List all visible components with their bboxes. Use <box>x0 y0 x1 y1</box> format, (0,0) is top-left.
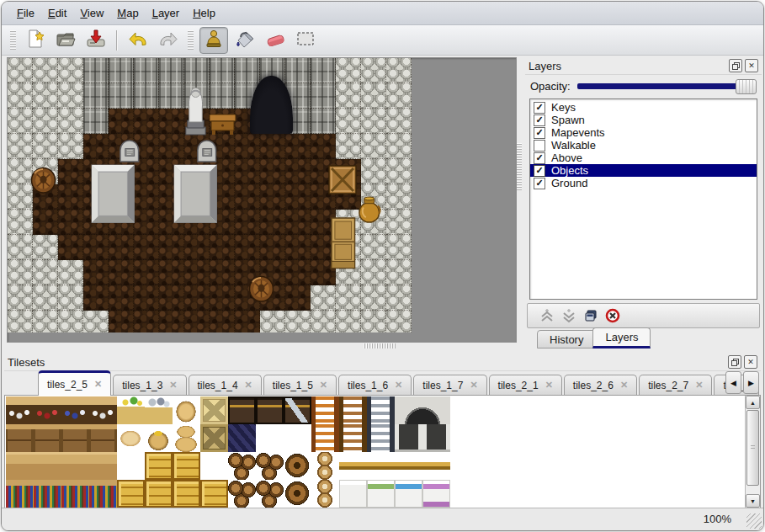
float-panel-icon[interactable] <box>729 59 742 72</box>
delete-layer-button[interactable] <box>602 306 624 325</box>
tileset-tile-bh[interactable] <box>339 452 367 480</box>
tileset-tile-bk[interactable] <box>6 480 34 508</box>
layer-row-ground[interactable]: ✓Ground <box>530 177 757 189</box>
open-map-button[interactable] <box>52 28 79 53</box>
tileset-tile-cb[interactable] <box>89 424 117 452</box>
layer-checkbox-walkable[interactable] <box>534 140 545 152</box>
tileset-tile-sw[interactable] <box>6 396 34 424</box>
tileset-tile-pot[interactable] <box>311 480 339 508</box>
close-tab-icon[interactable]: ✕ <box>245 380 252 391</box>
tileset-tab-tiles_2_1[interactable]: tiles_2_1✕ <box>489 375 562 395</box>
tileset-tile-lg[interactable] <box>367 396 395 424</box>
tileset-tile-sk[interactable] <box>173 396 200 424</box>
tileset-tab-tiles_1_4[interactable]: tiles_1_4✕ <box>189 375 262 395</box>
menu-file[interactable]: File <box>10 4 41 22</box>
tileset-tile-lo[interactable] <box>311 396 339 424</box>
select-tool-button[interactable] <box>292 28 319 53</box>
opacity-slider-handle[interactable] <box>736 79 757 94</box>
tileset-tile-pl[interactable] <box>117 424 145 452</box>
tileset-tile-bk[interactable] <box>61 480 89 508</box>
close-tilesets-icon[interactable]: ✕ <box>744 355 757 369</box>
vertical-splitter-handle[interactable] <box>517 143 522 190</box>
tileset-tile-gc[interactable] <box>395 424 422 452</box>
tileset-scrollbar[interactable]: ▲ ▼ <box>745 396 760 508</box>
menu-view[interactable]: View <box>73 4 110 22</box>
tileset-tile-bgr[interactable] <box>367 480 395 508</box>
layer-checkbox-above[interactable]: ✓ <box>534 152 545 164</box>
menu-layer[interactable]: Layer <box>146 4 187 22</box>
close-panel-icon[interactable]: ✕ <box>745 59 758 72</box>
layer-checkbox-mapevents[interactable]: ✓ <box>534 127 545 139</box>
tileset-tab-tiles_1_5[interactable]: tiles_1_5✕ <box>263 375 337 395</box>
tileset-tile-sb[interactable] <box>61 396 89 424</box>
tileset-tile-ch[interactable] <box>228 396 256 424</box>
new-map-button[interactable] <box>22 28 49 53</box>
tileset-tile-yc[interactable] <box>145 480 173 508</box>
tileset-tile-bar[interactable] <box>228 480 256 508</box>
tileset-tile-bh[interactable] <box>395 452 422 480</box>
tileset-tile-so[interactable] <box>145 424 173 452</box>
map-viewport[interactable] <box>7 57 517 343</box>
close-tab-icon[interactable]: ✕ <box>395 380 402 391</box>
menu-map[interactable]: Map <box>110 4 145 22</box>
layer-row-mapevents[interactable]: ✓Mapevents <box>530 126 757 139</box>
dock-tab-layers[interactable]: Layers <box>592 327 651 348</box>
tileset-tile-ct[interactable] <box>61 452 89 480</box>
tileset-tab-tiles_2_7[interactable]: tiles_2_7✕ <box>639 375 712 395</box>
close-tab-icon[interactable]: ✕ <box>470 380 477 391</box>
tileset-tile-lb[interactable] <box>339 396 367 424</box>
tileset-tab-tiles_2_5[interactable]: tiles_2_5✕ <box>38 370 111 396</box>
scroll-down-icon[interactable]: ▼ <box>746 494 760 508</box>
raise-layer-button[interactable] <box>536 306 558 325</box>
tileset-tile-bk[interactable] <box>89 480 117 508</box>
close-tab-icon[interactable]: ✕ <box>169 380 177 391</box>
tileset-tile-sp[interactable] <box>173 424 200 452</box>
scroll-tabs-left-icon[interactable]: ◀ <box>725 371 741 394</box>
tileset-tile-em[interactable] <box>284 424 311 452</box>
opacity-slider-track[interactable] <box>577 83 755 89</box>
tileset-tile-yc[interactable] <box>145 452 173 480</box>
tileset-tile-bh[interactable] <box>367 452 395 480</box>
eraser-tool-button[interactable] <box>262 28 289 53</box>
layer-checkbox-keys[interactable]: ✓ <box>534 102 545 114</box>
close-tab-icon[interactable]: ✕ <box>620 380 628 391</box>
tileset-tile-pot[interactable] <box>311 452 339 480</box>
tileset-tab-tiles_1_7[interactable]: tiles_1_7✕ <box>413 375 486 395</box>
tileset-tile-fl[interactable] <box>117 396 145 424</box>
layer-row-walkable[interactable]: Walkable <box>530 139 757 152</box>
tileset-tile-em[interactable] <box>256 424 284 452</box>
tileset-tile-ct[interactable] <box>89 452 117 480</box>
tileset-tile-bk[interactable] <box>34 480 61 508</box>
layer-row-objects[interactable]: ✓Objects <box>530 164 757 177</box>
tileset-tile-cb[interactable] <box>34 424 61 452</box>
layer-checkbox-ground[interactable]: ✓ <box>534 178 545 189</box>
scrollbar-thumb[interactable] <box>746 410 759 486</box>
tileset-tile-yc[interactable] <box>117 480 145 508</box>
close-tab-icon[interactable]: ✕ <box>695 380 703 391</box>
close-tab-icon[interactable]: ✕ <box>320 380 327 391</box>
tileset-tile-cb[interactable] <box>61 424 89 452</box>
toolbar-drag-handle-2[interactable] <box>188 30 194 51</box>
redo-button[interactable] <box>155 28 182 53</box>
resize-grip[interactable] <box>746 513 762 529</box>
layer-row-above[interactable]: ✓Above <box>530 152 757 164</box>
tileset-tile-bh[interactable] <box>422 452 450 480</box>
tileset-tab-tiles_1_3[interactable]: tiles_1_3✕ <box>113 375 186 395</box>
tileset-tile-bw[interactable] <box>339 480 367 508</box>
lower-layer-button[interactable] <box>558 306 580 325</box>
tileset-tile-bar[interactable] <box>256 452 284 480</box>
map-canvas[interactable] <box>8 58 412 332</box>
tileset-tile-bp[interactable] <box>228 424 256 452</box>
tileset-tile-cz[interactable] <box>284 396 311 424</box>
tileset-tile-gd[interactable] <box>145 396 173 424</box>
scroll-tabs-right-icon[interactable]: ▶ <box>743 371 759 394</box>
tileset-tile-bar[interactable] <box>228 452 256 480</box>
toolbar-drag-handle[interactable] <box>10 30 16 51</box>
stamp-tool-button[interactable] <box>199 27 228 54</box>
tileset-tile-lo[interactable] <box>311 424 339 452</box>
tileset-tile-ga[interactable] <box>395 396 422 424</box>
tileset-tile-lb[interactable] <box>339 424 367 452</box>
tileset-tile-sr[interactable] <box>34 396 61 424</box>
tileset-tile-ct[interactable] <box>6 452 34 480</box>
tileset-tile-ct[interactable] <box>34 452 61 480</box>
